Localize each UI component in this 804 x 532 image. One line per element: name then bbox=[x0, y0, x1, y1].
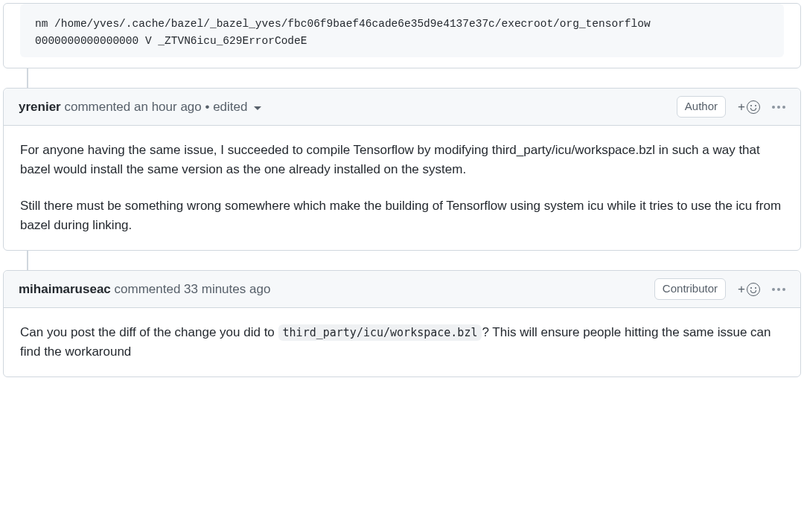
timeline-connector bbox=[0, 251, 804, 270]
chevron-down-icon bbox=[254, 97, 261, 117]
kebab-menu-button[interactable] bbox=[772, 106, 785, 109]
comment-actions: Contributor + bbox=[654, 278, 785, 300]
contributor-badge: Contributor bbox=[654, 278, 726, 300]
smiley-icon bbox=[747, 100, 760, 114]
username-link[interactable]: mihaimaruseac bbox=[19, 280, 111, 299]
comment-paragraph: Can you post the diff of the change you … bbox=[20, 323, 784, 362]
smiley-icon bbox=[747, 283, 760, 296]
commented-label: commented bbox=[64, 97, 130, 117]
inline-code: third_party/icu/workspace.bzl bbox=[278, 324, 482, 341]
add-reaction-button[interactable]: + bbox=[738, 280, 760, 299]
plus-icon: + bbox=[738, 280, 745, 299]
edited-label: edited bbox=[213, 100, 247, 114]
code-block-container: nm /home/yves/.cache/bazel/_bazel_yves/f… bbox=[3, 3, 801, 68]
code-line-2: 0000000000000000 V _ZTVN6icu_629ErrorCod… bbox=[35, 35, 307, 47]
kebab-menu-button[interactable] bbox=[772, 288, 785, 291]
comment-body: For anyone having the same issue, I succ… bbox=[4, 126, 800, 250]
edited-dropdown[interactable]: edited bbox=[213, 97, 261, 117]
comment-meta: mihaimaruseac commented 33 minutes ago bbox=[19, 280, 270, 299]
comment-1: yrenier commented an hour ago • edited A… bbox=[3, 88, 801, 251]
text-span: Can you post the diff of the change you … bbox=[20, 325, 278, 339]
add-reaction-button[interactable]: + bbox=[738, 97, 760, 117]
code-line-1: nm /home/yves/.cache/bazel/_bazel_yves/f… bbox=[35, 18, 651, 30]
plus-icon: + bbox=[738, 97, 745, 117]
author-badge: Author bbox=[677, 96, 726, 118]
timeline-connector bbox=[0, 68, 804, 88]
comment-header: mihaimaruseac commented 33 minutes ago C… bbox=[4, 271, 800, 308]
comment-paragraph: For anyone having the same issue, I succ… bbox=[20, 141, 784, 180]
code-block[interactable]: nm /home/yves/.cache/bazel/_bazel_yves/f… bbox=[20, 4, 784, 57]
comment-header: yrenier commented an hour ago • edited A… bbox=[4, 89, 800, 126]
commented-label: commented bbox=[115, 280, 181, 299]
username-link[interactable]: yrenier bbox=[19, 97, 61, 117]
comment-meta: yrenier commented an hour ago • edited bbox=[19, 97, 261, 117]
comment-actions: Author + bbox=[677, 96, 785, 118]
comment-2: mihaimaruseac commented 33 minutes ago C… bbox=[3, 270, 801, 377]
timestamp-link[interactable]: 33 minutes ago bbox=[184, 280, 270, 299]
timestamp-link[interactable]: an hour ago bbox=[134, 97, 202, 117]
comment-paragraph: Still there must be something wrong some… bbox=[20, 196, 784, 236]
comment-body: Can you post the diff of the change you … bbox=[4, 308, 800, 377]
